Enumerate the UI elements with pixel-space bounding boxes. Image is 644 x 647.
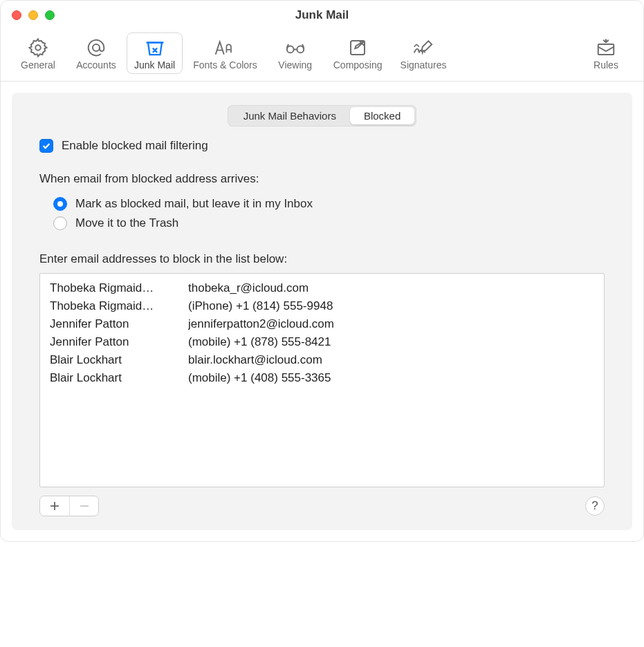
enable-blocked-row[interactable]: Enable blocked mail filtering: [39, 139, 605, 153]
plus-icon: [49, 500, 60, 512]
list-item-value: thobeka_r@icloud.com: [188, 281, 594, 295]
toolbar-item-accounts[interactable]: Accounts: [68, 32, 124, 74]
radio-trash-row[interactable]: Move it to the Trash: [39, 214, 605, 233]
traffic-lights: [12, 10, 55, 20]
add-remove-group: [39, 496, 99, 516]
svg-point-2: [287, 46, 294, 53]
list-item[interactable]: Jennifer Pattonjenniferpatton2@icloud.co…: [40, 315, 604, 333]
segmented-control: Junk Mail Behaviors Blocked: [228, 105, 417, 126]
toolbar-item-composing[interactable]: Composing: [326, 32, 390, 74]
close-window-button[interactable]: [12, 10, 21, 20]
rules-icon: [594, 37, 618, 58]
list-item-name: Blair Lockhart: [50, 371, 188, 385]
at-icon: [84, 37, 109, 58]
list-item-name: Blair Lockhart: [50, 353, 188, 367]
svg-point-1: [93, 44, 100, 51]
list-item-name: Jennifer Patton: [50, 317, 188, 331]
toolbar-label: General: [21, 59, 55, 71]
tab-blocked[interactable]: Blocked: [350, 107, 414, 124]
toolbar-item-general[interactable]: General: [10, 32, 66, 74]
toolbar-label: Rules: [594, 59, 618, 71]
list-item-value: jenniferpatton2@icloud.com: [188, 317, 594, 331]
radio-mark-row[interactable]: Mark as blocked mail, but leave it in my…: [39, 194, 605, 214]
list-item-name: Thobeka Rigmaid…: [50, 281, 188, 295]
toolbar-label: Composing: [333, 59, 383, 71]
arrival-heading: When email from blocked address arrives:: [39, 172, 605, 186]
list-heading: Enter email addresses to block in the li…: [39, 252, 605, 266]
toolbar-label: Junk Mail: [134, 59, 175, 71]
list-item[interactable]: Blair Lockhart(mobile) +1 (408) 555-3365: [40, 369, 604, 387]
list-item[interactable]: Jennifer Patton(mobile) +1 (878) 555-842…: [40, 333, 604, 351]
titlebar: Junk Mail: [1, 1, 643, 30]
list-item-value: blair.lockhart@icloud.com: [188, 353, 594, 367]
list-item-name: Jennifer Patton: [50, 335, 188, 349]
compose-icon: [345, 37, 370, 58]
blocked-list[interactable]: Thobeka Rigmaid…thobeka_r@icloud.comThob…: [39, 273, 605, 487]
svg-point-0: [35, 45, 41, 50]
list-item-name: Thobeka Rigmaid…: [50, 299, 188, 313]
enable-blocked-checkbox[interactable]: [39, 139, 53, 153]
minimize-window-button[interactable]: [28, 10, 38, 20]
toolbar-item-fonts[interactable]: Fonts & Colors: [185, 32, 265, 74]
glasses-icon: [283, 37, 308, 58]
list-item-value: (iPhone) +1 (814) 555-9948: [188, 299, 594, 313]
remove-button[interactable]: [69, 496, 98, 516]
signature-icon: [411, 37, 436, 58]
toolbar-label: Signatures: [401, 59, 447, 71]
tab-behaviors[interactable]: Junk Mail Behaviors: [230, 107, 350, 124]
radio-mark-label: Mark as blocked mail, but leave it in my…: [75, 197, 313, 211]
minus-icon: [79, 500, 90, 512]
preferences-toolbar: General Accounts Junk Mail Fonts & Color…: [1, 30, 643, 82]
enable-blocked-label: Enable blocked mail filtering: [62, 139, 208, 153]
help-button[interactable]: ?: [585, 496, 605, 516]
toolbar-item-viewing[interactable]: Viewing: [268, 32, 323, 74]
toolbar-label: Viewing: [278, 59, 312, 71]
fonts-icon: [212, 37, 237, 58]
list-item-value: (mobile) +1 (408) 555-3365: [188, 371, 594, 385]
zoom-window-button[interactable]: [45, 10, 55, 20]
preferences-window: Junk Mail General Accounts Junk Mail: [0, 0, 644, 542]
toolbar-item-junkmail[interactable]: Junk Mail: [127, 32, 183, 74]
list-item[interactable]: Thobeka Rigmaid…(iPhone) +1 (814) 555-99…: [40, 297, 604, 315]
list-item[interactable]: Thobeka Rigmaid…thobeka_r@icloud.com: [40, 279, 604, 297]
footer-row: ?: [12, 487, 632, 516]
add-button[interactable]: [40, 496, 69, 516]
radio-trash-label: Move it to the Trash: [75, 216, 178, 230]
radio-mark[interactable]: [53, 197, 67, 211]
svg-point-3: [297, 46, 304, 53]
toolbar-item-rules[interactable]: Rules: [578, 32, 634, 74]
gear-icon: [26, 37, 50, 58]
list-item[interactable]: Blair Lockhartblair.lockhart@icloud.com: [40, 351, 604, 369]
window-title: Junk Mail: [295, 8, 349, 22]
segmented-control-wrap: Junk Mail Behaviors Blocked: [12, 93, 632, 139]
radio-trash[interactable]: [53, 216, 67, 230]
toolbar-label: Fonts & Colors: [193, 59, 257, 71]
junk-icon: [142, 37, 167, 58]
svg-rect-5: [598, 44, 614, 55]
toolbar-label: Accounts: [76, 59, 116, 71]
toolbar-item-signatures[interactable]: Signatures: [393, 32, 454, 74]
blocked-pane: Enable blocked mail filtering When email…: [12, 139, 632, 487]
list-item-value: (mobile) +1 (878) 555-8421: [188, 335, 594, 349]
content-panel: Junk Mail Behaviors Blocked Enable block…: [12, 93, 632, 530]
